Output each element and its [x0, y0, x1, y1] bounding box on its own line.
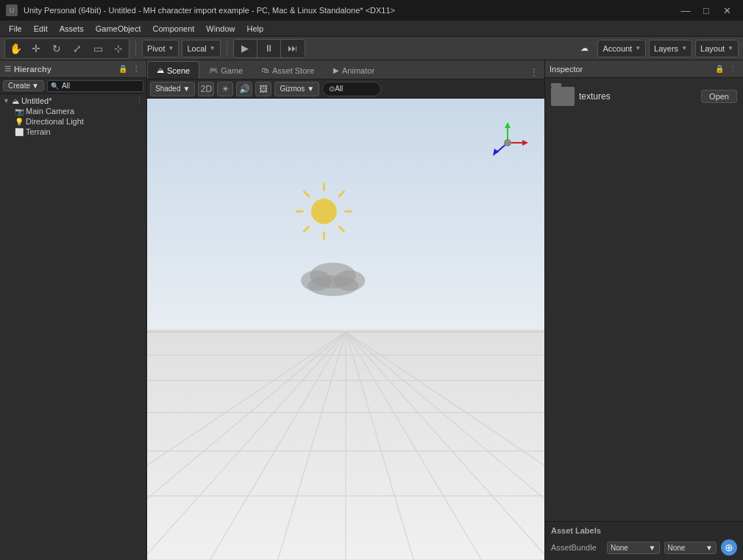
hierarchy-menu[interactable]: ⋮ — [130, 63, 142, 75]
pivot-dropdown[interactable]: Pivot ▼ — [142, 40, 179, 57]
terrain-label: Terrain — [26, 127, 51, 136]
2d-toggle[interactable]: 2D — [198, 82, 214, 96]
inspector-header: Inspector 🔒 ⋮ — [545, 60, 743, 78]
game-tab-icon: 🎮 — [209, 66, 218, 74]
audio-toggle[interactable]: 🔊 — [236, 82, 252, 96]
inspector-menu[interactable]: ⋮ — [727, 63, 739, 75]
inspector-lock[interactable]: 🔒 — [714, 63, 725, 75]
terrain-icon: ⬜ — [15, 128, 24, 136]
scene-search-box[interactable]: ⊙All — [322, 82, 381, 96]
hierarchy-header: ☰ Hierarchy 🔒 ⋮ — [0, 60, 146, 78]
transform-all-tool[interactable]: ⊹ — [109, 40, 128, 57]
game-tab-label: Game — [221, 66, 243, 75]
toolbar-separator-2 — [227, 41, 227, 56]
maximize-button[interactable]: □ — [696, 0, 717, 21]
tab-game[interactable]: 🎮 Game — [199, 61, 252, 79]
local-label: Local — [187, 44, 206, 53]
menu-window[interactable]: Window — [200, 23, 241, 35]
rotate-tool[interactable]: ↻ — [47, 40, 66, 57]
scale-tool[interactable]: ⤢ — [68, 40, 87, 57]
scene-settings[interactable]: ⋮ — [135, 96, 143, 105]
bundle-option-1: None — [611, 544, 628, 552]
effects-toggle[interactable]: 🖼 — [255, 82, 271, 96]
svg-marker-37 — [522, 140, 528, 146]
cloud-button[interactable]: ☁ — [574, 40, 594, 57]
hierarchy-item-directional-light[interactable]: 💡 Directional Light — [0, 116, 146, 127]
hierarchy-item-main-camera[interactable]: 📷 Main Camera — [0, 106, 146, 116]
gizmos-label: Gizmos — [280, 85, 305, 93]
menu-help[interactable]: Help — [241, 23, 269, 35]
tab-asset-store[interactable]: 🛍 Asset Store — [252, 61, 324, 79]
folder-name-label: textures — [579, 91, 611, 102]
inspector-folder-item: textures Open — [551, 84, 737, 109]
hierarchy-list: ▼ ⛰ Untitled* ⋮ 📷 Main Camera 💡 Directio… — [0, 94, 146, 560]
asset-labels-title: Asset Labels — [551, 526, 737, 535]
menu-file[interactable]: File — [3, 23, 28, 35]
shading-arrow: ▼ — [182, 85, 190, 93]
scene-tab-label: Scene — [167, 66, 190, 75]
layers-dropdown[interactable]: Layers ▼ — [649, 40, 692, 57]
menu-component[interactable]: Component — [146, 23, 200, 35]
shading-label: Shaded — [155, 85, 180, 93]
hierarchy-search[interactable]: 🔍 All — [47, 80, 143, 92]
tab-scene[interactable]: ⛰ Scene — [147, 61, 199, 79]
account-arrow: ▼ — [635, 45, 641, 52]
tabs-menu-button[interactable]: ⋮ — [527, 65, 541, 79]
hand-tool[interactable]: ✋ — [6, 40, 25, 57]
pivot-arrow: ▼ — [168, 45, 174, 52]
asset-labels-section: Asset Labels AssetBundle None ▼ None ▼ ⊕ — [545, 521, 743, 560]
gizmos-dropdown[interactable]: Gizmos ▼ — [274, 82, 319, 96]
layout-label: Layout — [700, 44, 725, 53]
layers-label: Layers — [654, 44, 678, 53]
light-toggle[interactable]: ☀ — [217, 82, 233, 96]
hierarchy-item-terrain[interactable]: ⬜ Terrain — [0, 127, 146, 137]
shading-dropdown[interactable]: Shaded ▼ — [150, 82, 195, 96]
account-dropdown[interactable]: Account ▼ — [597, 40, 646, 57]
animator-tab-icon: ▶ — [333, 66, 339, 74]
create-button[interactable]: Create ▼ — [3, 80, 44, 91]
play-controls: ▶ ⏸ ⏭ — [233, 39, 305, 58]
move-tool[interactable]: ✛ — [26, 40, 46, 57]
pause-button[interactable]: ⏸ — [257, 40, 281, 57]
scene-gizmo — [486, 121, 530, 165]
scene-toolbar: Shaded ▼ 2D ☀ 🔊 🖼 Gizmos ▼ ⊙All — [147, 79, 544, 99]
step-button[interactable]: ⏭ — [281, 40, 305, 57]
close-button[interactable]: ✕ — [717, 0, 737, 21]
hierarchy-lock[interactable]: 🔒 — [117, 63, 129, 75]
hierarchy-toolbar: Create ▼ 🔍 All — [0, 78, 146, 94]
hierarchy-header-controls: 🔒 ⋮ — [117, 63, 142, 75]
hierarchy-icon: ☰ — [4, 65, 11, 73]
asset-bundle-row: AssetBundle None ▼ None ▼ ⊕ — [551, 539, 737, 556]
title-bar: U Unity Personal (64bit) - Untitled - MH… — [0, 0, 743, 21]
2d-label: 2D — [201, 84, 212, 94]
menu-edit[interactable]: Edit — [28, 23, 54, 35]
layout-dropdown[interactable]: Layout ▼ — [695, 40, 739, 57]
scene-icon: ⛰ — [12, 97, 19, 105]
inspector-content: textures Open — [545, 78, 743, 305]
open-button[interactable]: Open — [701, 90, 737, 103]
layout-arrow: ▼ — [728, 45, 733, 52]
svg-rect-0 — [147, 99, 544, 330]
inspector-header-controls: 🔒 ⋮ — [714, 63, 739, 75]
hierarchy-scene-item[interactable]: ▼ ⛰ Untitled* ⋮ — [0, 96, 146, 106]
create-label: Create — [8, 82, 30, 90]
minimize-button[interactable]: — — [675, 0, 696, 21]
menu-assets[interactable]: Assets — [54, 23, 90, 35]
rect-tool[interactable]: ▭ — [88, 40, 107, 57]
scene-canvas: Persp — [147, 99, 544, 560]
inspector-spacer — [545, 305, 743, 521]
svg-point-40 — [504, 139, 511, 146]
unity-icon: U — [6, 4, 18, 16]
menu-gameobject[interactable]: GameObject — [90, 23, 147, 35]
local-dropdown[interactable]: Local ▼ — [182, 40, 220, 57]
window-controls: — □ ✕ — [675, 0, 737, 21]
asset-store-tab-label: Asset Store — [272, 66, 314, 75]
asset-labels-add-button[interactable]: ⊕ — [721, 539, 737, 556]
scene-viewport[interactable]: Persp — [147, 99, 544, 560]
scene-search-label: ⊙All — [329, 85, 343, 93]
tab-animator[interactable]: ▶ Animator — [324, 61, 384, 79]
asset-bundle-select-1[interactable]: None ▼ — [607, 542, 660, 554]
asset-bundle-select-2[interactable]: None ▼ — [664, 542, 717, 554]
play-button[interactable]: ▶ — [234, 40, 257, 57]
create-arrow: ▼ — [32, 82, 39, 90]
